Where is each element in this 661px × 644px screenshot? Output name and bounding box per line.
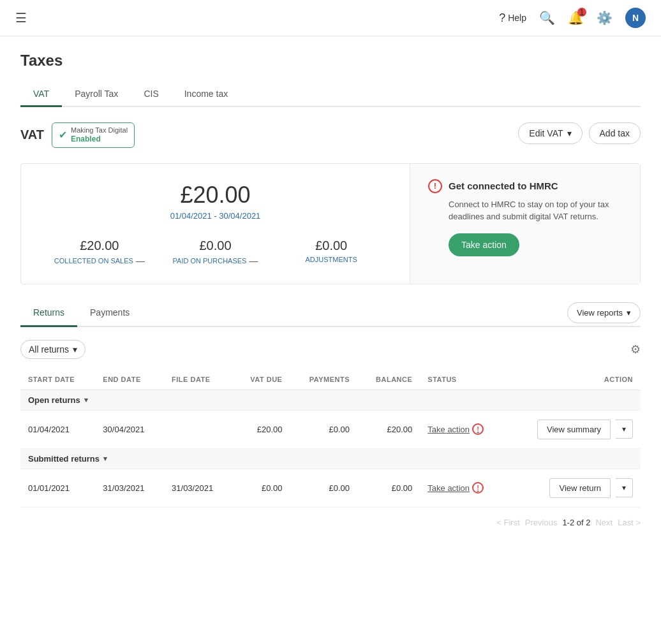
filter-select[interactable]: All returns xyxy=(20,340,85,359)
vat-header: VAT ✔ Making Tax Digital Enabled Edit VA… xyxy=(20,122,641,148)
sub-tabs: Returns Payments xyxy=(20,300,142,326)
open-returns-toggle[interactable]: ▾ xyxy=(84,396,88,404)
row1-vat-due: £20.00 xyxy=(233,410,290,448)
collected-label: COLLECTED ON SALES — xyxy=(41,256,158,266)
warning-icon: ! xyxy=(428,179,442,193)
date-range: 01/04/2021 - 30/04/2021 xyxy=(41,211,389,221)
row2-take-action[interactable]: Take action ! xyxy=(427,482,498,494)
vat-summary-container: £20.00 01/04/2021 - 30/04/2021 £20.00 CO… xyxy=(20,163,641,284)
row1-end-date: 30/04/2021 xyxy=(95,410,164,448)
vat-actions: Edit VAT Add tax xyxy=(518,122,641,144)
pagination-current: 1-2 of 2 xyxy=(562,518,590,527)
page-content: Taxes VAT Payroll Tax CIS Income tax VAT… xyxy=(0,36,661,543)
view-reports-button[interactable]: View reports xyxy=(567,302,641,323)
collected-amount: £20.00 xyxy=(41,238,158,253)
mtd-badge: ✔ Making Tax Digital Enabled xyxy=(52,122,135,148)
row1-file-date xyxy=(164,410,233,448)
row2-status: Take action ! xyxy=(420,469,506,507)
row1-action-chevron[interactable]: ▾ xyxy=(616,420,633,439)
submitted-returns-group: Submitted returns ▾ xyxy=(20,448,641,469)
tab-cis[interactable]: CIS xyxy=(131,82,171,107)
vat-title-block: VAT ✔ Making Tax Digital Enabled xyxy=(20,122,135,148)
settings-icon[interactable]: ⚙️ xyxy=(597,10,613,26)
col-action: ACTION xyxy=(506,369,641,390)
returns-table: START DATE END DATE FILE DATE VAT DUE PA… xyxy=(20,369,641,508)
search-icon[interactable]: 🔍 xyxy=(539,10,555,26)
nav-left: ☰ xyxy=(15,10,27,26)
adjustments-amount: £0.00 xyxy=(273,238,389,253)
mtd-text: Making Tax Digital Enabled xyxy=(71,126,128,145)
avatar[interactable]: N xyxy=(625,8,646,28)
col-end-date: END DATE xyxy=(95,369,164,390)
collected-item: £20.00 COLLECTED ON SALES — xyxy=(41,238,158,266)
page-title: Taxes xyxy=(20,52,641,70)
row1-alert-icon: ! xyxy=(472,423,484,435)
notification-badge: 1 xyxy=(577,8,586,17)
row1-take-action[interactable]: Take action ! xyxy=(427,423,498,435)
row1-balance: £20.00 xyxy=(357,410,420,448)
row1-action-cell: View summary ▾ xyxy=(514,420,633,439)
paid-label: PAID ON PURCHASES — xyxy=(158,256,274,266)
pagination-next[interactable]: Next xyxy=(595,518,613,527)
mtd-check-icon: ✔ xyxy=(59,129,67,141)
hmrc-card: ! Get connected to HMRC Connect to HMRC … xyxy=(410,164,640,284)
tab-returns[interactable]: Returns xyxy=(20,300,77,327)
col-status: STATUS xyxy=(420,369,506,390)
view-reports-chevron xyxy=(627,308,631,318)
take-action-button[interactable]: Take action xyxy=(449,233,519,256)
tab-vat[interactable]: VAT xyxy=(20,82,62,107)
table-row: 01/04/2021 30/04/2021 £20.00 £0.00 £20.0… xyxy=(20,410,641,448)
sub-tabs-container: Returns Payments View reports xyxy=(20,300,641,327)
col-file-date: FILE DATE xyxy=(164,369,233,390)
col-payments: PAYMENTS xyxy=(290,369,357,390)
row2-file-date: 31/03/2021 xyxy=(164,469,233,507)
row1-payments: £0.00 xyxy=(290,410,357,448)
adjustments-item: £0.00 ADJUSTMENTS xyxy=(273,238,389,266)
edit-vat-button[interactable]: Edit VAT xyxy=(518,122,582,144)
hmrc-header: ! Get connected to HMRC xyxy=(428,179,622,193)
row2-start-date: 01/01/2021 xyxy=(20,469,95,507)
total-amount: £20.00 xyxy=(41,182,389,209)
pagination: < First Previous 1-2 of 2 Next Last > xyxy=(20,518,641,527)
hamburger-icon[interactable]: ☰ xyxy=(15,10,27,26)
table-header-row: START DATE END DATE FILE DATE VAT DUE PA… xyxy=(20,369,641,390)
row2-balance: £0.00 xyxy=(357,469,420,507)
collected-info-icon[interactable]: — xyxy=(136,256,145,266)
paid-info-icon[interactable]: — xyxy=(249,256,258,266)
row2-payments: £0.00 xyxy=(290,469,357,507)
row2-end-date: 31/03/2021 xyxy=(95,469,164,507)
row2-view-return-button[interactable]: View return xyxy=(549,478,611,498)
pagination-first[interactable]: < First xyxy=(496,518,519,527)
row1-view-summary-button[interactable]: View summary xyxy=(537,420,611,439)
row2-action-chevron[interactable]: ▾ xyxy=(616,478,633,497)
row1-action: View summary ▾ xyxy=(506,410,641,448)
tab-income[interactable]: Income tax xyxy=(172,82,241,107)
tab-payroll[interactable]: Payroll Tax xyxy=(62,82,131,107)
row2-action-cell: View return ▾ xyxy=(514,478,633,498)
col-vat-due: VAT DUE xyxy=(233,369,290,390)
table-row: 01/01/2021 31/03/2021 31/03/2021 £0.00 £… xyxy=(20,469,641,507)
row2-alert-icon: ! xyxy=(472,482,484,494)
vat-label: VAT xyxy=(20,128,44,142)
submitted-returns-toggle[interactable]: ▾ xyxy=(103,455,107,463)
row2-action: View return ▾ xyxy=(506,469,641,507)
tab-payments[interactable]: Payments xyxy=(77,300,142,327)
table-settings-icon[interactable]: ⚙ xyxy=(630,342,641,356)
pagination-previous[interactable]: Previous xyxy=(525,518,558,527)
vat-summary-left: £20.00 01/04/2021 - 30/04/2021 £20.00 CO… xyxy=(21,164,410,284)
adjustments-label: ADJUSTMENTS xyxy=(273,256,389,263)
paid-item: £0.00 PAID ON PURCHASES — xyxy=(158,238,274,266)
paid-amount: £0.00 xyxy=(158,238,274,253)
col-start-date: START DATE xyxy=(20,369,95,390)
row2-vat-due: £0.00 xyxy=(233,469,290,507)
pagination-last[interactable]: Last > xyxy=(618,518,641,527)
hmrc-description: Connect to HMRC to stay on top of your t… xyxy=(449,198,622,223)
add-tax-button[interactable]: Add tax xyxy=(589,122,641,144)
main-tabs: VAT Payroll Tax CIS Income tax xyxy=(20,82,641,107)
nav-right: ? Help 🔍 🔔 1 ⚙️ N xyxy=(499,8,646,28)
hmrc-title: Get connected to HMRC xyxy=(449,180,558,191)
help-button[interactable]: ? Help xyxy=(499,11,526,25)
filter-row: All returns ⚙ xyxy=(20,340,641,359)
col-balance: BALANCE xyxy=(357,369,420,390)
notifications-icon[interactable]: 🔔 1 xyxy=(568,10,584,26)
